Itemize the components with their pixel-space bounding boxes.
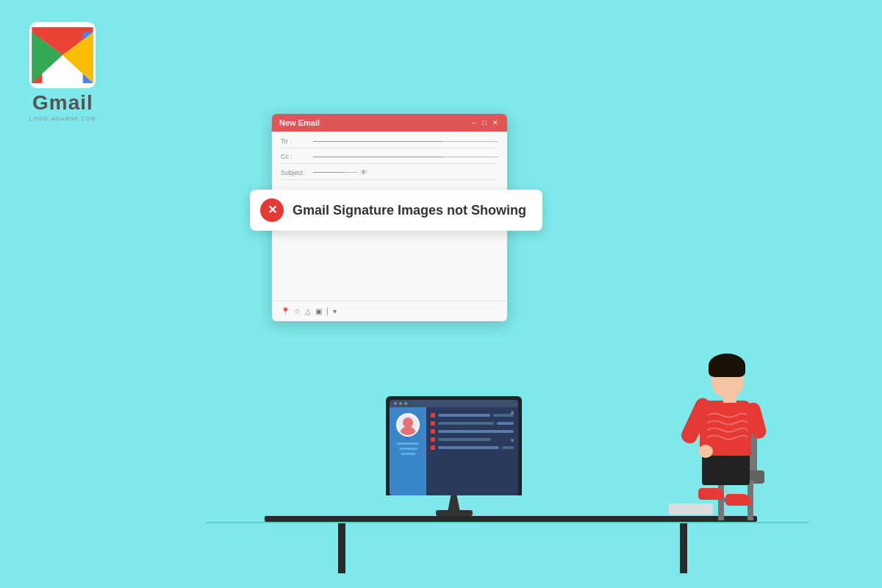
palette-icon: △: [305, 307, 311, 315]
content-line-1: [438, 414, 490, 417]
cc-field[interactable]: Cc :: [281, 153, 498, 164]
eye-icon: 👁: [360, 168, 368, 176]
compose-body: To : Cc : Subject : 👁: [272, 132, 507, 190]
more-icon[interactable]: ▾: [333, 307, 337, 315]
right-shoe: [725, 494, 751, 506]
gmail-label: Gmail: [32, 91, 93, 115]
gmail-logo-svg: [29, 22, 96, 88]
profile-line-3: [401, 453, 415, 455]
left-shoe: [698, 488, 724, 500]
red-indicator-5: [431, 445, 435, 450]
person-illustration: [662, 337, 764, 520]
monitor-right-panel: ▲ ▼: [426, 407, 518, 495]
subject-field[interactable]: Subject : 👁: [281, 168, 498, 180]
monitor-content: ▲ ▼: [390, 407, 518, 495]
desk-leg-right: [680, 518, 687, 573]
close-button[interactable]: ✕: [492, 119, 500, 126]
scrollbar: ▲ ▼: [509, 409, 515, 444]
star-icon: ☆: [294, 307, 301, 315]
content-line-5: [438, 446, 499, 449]
scroll-down: ▼: [509, 437, 515, 444]
to-input-line: [313, 141, 498, 142]
scroll-up: ▲: [509, 409, 515, 415]
subject-label: Subject :: [281, 169, 310, 176]
content-line-4: [438, 438, 491, 441]
content-line-5b: [502, 446, 514, 449]
error-badge: ✕ Gmail Signature Images not Showing: [250, 190, 542, 231]
monitor-base: [436, 510, 473, 516]
to-label: To :: [281, 137, 310, 145]
red-indicator-2: [431, 421, 435, 426]
divider: |: [326, 307, 329, 315]
gmail-sublabel: LOGO.ADAM96.COM: [29, 116, 96, 121]
avatar-body: [400, 426, 416, 437]
monitor-container: ▲ ▼: [386, 396, 522, 516]
content-line-3: [438, 430, 514, 433]
person-hair: [709, 354, 745, 377]
profile-avatar: [396, 413, 420, 437]
to-field[interactable]: To :: [281, 137, 498, 148]
monitor-row-4: [431, 437, 514, 442]
monitor-row-2: [431, 421, 514, 426]
cc-label: Cc :: [281, 153, 310, 160]
error-x-icon: ✕: [268, 204, 277, 216]
compose-title: New Email: [279, 118, 320, 127]
monitor-dot-1: [394, 402, 397, 405]
subject-input-line: [313, 172, 357, 173]
error-icon-circle: ✕: [260, 198, 284, 222]
image-icon: ▣: [315, 307, 322, 315]
minimize-button[interactable]: –: [472, 119, 479, 126]
red-indicator-1: [431, 413, 435, 417]
floor-line: [206, 522, 808, 523]
profile-line-2: [399, 448, 417, 450]
compose-titlebar: New Email – □ ✕: [272, 114, 507, 132]
cc-input-line: [313, 157, 498, 157]
red-indicator-4: [431, 437, 435, 442]
content-line-2: [438, 422, 494, 425]
pin-icon: 📍: [281, 307, 290, 315]
monitor-top-bar: [390, 400, 518, 407]
compose-window-controls: – □ ✕: [472, 119, 500, 126]
monitor-row-3: [431, 429, 514, 434]
error-message: Gmail Signature Images not Showing: [293, 203, 526, 218]
monitor-dot-2: [399, 402, 402, 405]
monitor-stand: [447, 495, 462, 510]
monitor-dot-3: [404, 402, 407, 405]
monitor-row-1: [431, 413, 514, 417]
person-left-hand: [698, 445, 713, 458]
desk-leg-left: [338, 518, 345, 573]
monitor-screen: ▲ ▼: [390, 400, 518, 495]
profile-line-1: [397, 442, 419, 445]
compose-footer: 📍 ☆ △ ▣ | ▾: [272, 301, 507, 321]
monitor-bezel: ▲ ▼: [386, 396, 522, 495]
monitor-row-5: [431, 445, 514, 450]
monitor-left-panel: [390, 407, 426, 495]
red-indicator-3: [431, 429, 435, 434]
maximize-button[interactable]: □: [482, 119, 490, 126]
